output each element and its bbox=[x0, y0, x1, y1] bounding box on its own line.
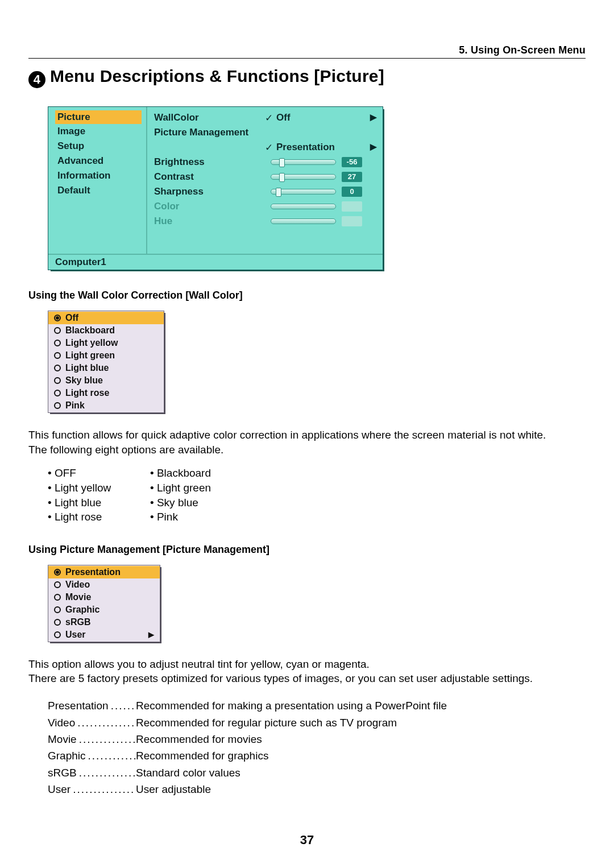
page-number: 37 bbox=[0, 833, 614, 848]
radio-icon bbox=[54, 606, 61, 613]
brightness-slider[interactable] bbox=[271, 159, 336, 165]
wallcolor-value[interactable]: Off bbox=[276, 112, 291, 123]
wallcolor-options-panel[interactable]: OffBlackboardLight yellowLight greenLigh… bbox=[48, 311, 164, 413]
pictmgmt-option[interactable]: User▶ bbox=[48, 629, 160, 641]
wallcolor-option[interactable]: Blackboard bbox=[48, 324, 164, 337]
wallcolor-option[interactable]: Light yellow bbox=[48, 337, 164, 349]
color-slider bbox=[271, 204, 336, 209]
wallcolor-heading: Using the Wall Color Correction [Wall Co… bbox=[28, 290, 586, 301]
pictmgmt-definitions: Presentation Recommended for making a pr… bbox=[48, 697, 586, 798]
sharpness-value: 0 bbox=[342, 187, 362, 197]
hue-value bbox=[342, 216, 362, 226]
pictmgmt-option[interactable]: Presentation bbox=[48, 566, 160, 578]
sidebar-item-setup[interactable]: Setup bbox=[55, 139, 142, 154]
picture-sidebar[interactable]: PictureImageSetupAdvancedInformationDefa… bbox=[48, 107, 146, 254]
radio-icon bbox=[54, 631, 61, 638]
page-title: 4Menu Descriptions & Functions [Picture] bbox=[28, 67, 586, 88]
wallcolor-label: WallColor bbox=[154, 112, 265, 123]
pictmgmt-value[interactable]: Presentation bbox=[276, 142, 335, 153]
radio-icon bbox=[54, 352, 61, 359]
wallcolor-option[interactable]: Sky blue bbox=[48, 374, 164, 387]
sidebar-item-advanced[interactable]: Advanced bbox=[55, 154, 142, 168]
pictmgmt-option[interactable]: sRGB bbox=[48, 616, 160, 629]
radio-icon bbox=[54, 315, 61, 321]
wallcolor-option[interactable]: Pink bbox=[48, 399, 164, 412]
radio-icon bbox=[54, 619, 61, 626]
brightness-label: Brightness bbox=[154, 156, 265, 168]
pictmgmt-option[interactable]: Movie bbox=[48, 591, 160, 604]
pictmgmt-options-panel[interactable]: PresentationVideoMovieGraphicsRGBUser▶ bbox=[48, 565, 160, 642]
sidebar-item-picture[interactable]: Picture bbox=[55, 110, 142, 124]
pictmgmt-option[interactable]: Video bbox=[48, 578, 160, 591]
sidebar-item-default[interactable]: Default bbox=[55, 183, 142, 198]
sidebar-item-image[interactable]: Image bbox=[55, 124, 142, 139]
color-label: Color bbox=[154, 201, 265, 212]
radio-icon bbox=[54, 327, 61, 334]
contrast-slider[interactable] bbox=[271, 174, 336, 180]
sidebar-item-information[interactable]: Information bbox=[55, 168, 142, 183]
radio-icon bbox=[54, 402, 61, 409]
radio-icon bbox=[54, 377, 61, 384]
wallcolor-option[interactable]: Light green bbox=[48, 349, 164, 362]
radio-icon bbox=[54, 594, 61, 601]
sharpness-slider[interactable] bbox=[271, 189, 336, 195]
pictmgmt-label: Picture Management bbox=[154, 127, 248, 138]
wallcolor-arrow-icon[interactable]: ▶ bbox=[370, 112, 377, 122]
pictmgmt-heading: Using Picture Management [Picture Manage… bbox=[28, 544, 586, 556]
sharpness-label: Sharpness bbox=[154, 186, 265, 197]
wallcolor-option[interactable]: Off bbox=[48, 312, 164, 324]
wallcolor-option[interactable]: Light blue bbox=[48, 362, 164, 374]
submenu-arrow-icon: ▶ bbox=[148, 630, 154, 639]
brightness-value: -56 bbox=[342, 157, 362, 167]
title-text: Menu Descriptions & Functions [Picture] bbox=[50, 67, 384, 85]
picture-menu-panel: PictureImageSetupAdvancedInformationDefa… bbox=[48, 106, 383, 270]
wallcolor-option[interactable]: Light rose bbox=[48, 387, 164, 399]
radio-icon bbox=[54, 581, 61, 588]
color-value bbox=[342, 201, 362, 212]
wallcolor-bullet-list: OFFBlackboardLight yellowLight greenLigh… bbox=[48, 466, 586, 524]
header-rule bbox=[28, 58, 586, 59]
contrast-value: 27 bbox=[342, 172, 362, 182]
contrast-label: Contrast bbox=[154, 171, 265, 183]
pictmgmt-description: This option allows you to adjust neutral… bbox=[28, 657, 586, 686]
radio-icon bbox=[54, 340, 61, 346]
picture-settings: WallColor ✓Off ▶ Picture Management ✓Pre… bbox=[146, 107, 383, 254]
radio-icon bbox=[54, 390, 61, 396]
hue-slider bbox=[271, 218, 336, 224]
pictmgmt-option[interactable]: Graphic bbox=[48, 604, 160, 616]
header-section: 5. Using On-Screen Menu bbox=[28, 44, 586, 56]
picture-panel-source: Computer1 bbox=[48, 254, 383, 270]
radio-icon bbox=[54, 569, 61, 576]
radio-icon bbox=[54, 365, 61, 371]
title-badge: 4 bbox=[28, 71, 45, 88]
hue-label: Hue bbox=[154, 216, 265, 227]
wallcolor-description: This function allows for quick adaptive … bbox=[28, 428, 586, 457]
pictmgmt-arrow-icon[interactable]: ▶ bbox=[370, 142, 377, 152]
